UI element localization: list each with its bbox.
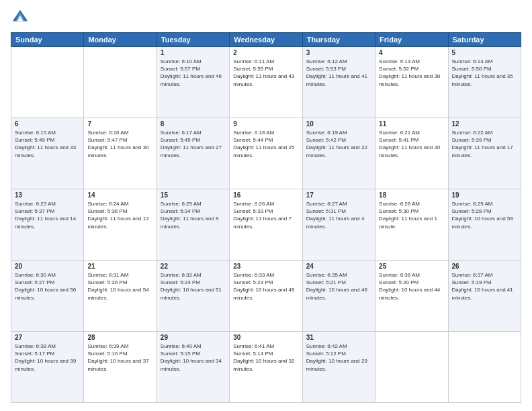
day-info: Sunrise: 6:35 AM Sunset: 5:21 PM Dayligh…	[306, 271, 371, 302]
day-info: Sunrise: 6:31 AM Sunset: 5:26 PM Dayligh…	[87, 271, 152, 302]
day-info: Sunrise: 6:24 AM Sunset: 5:36 PM Dayligh…	[87, 200, 152, 230]
day-info: Sunrise: 6:11 AM Sunset: 5:55 PM Dayligh…	[233, 58, 298, 88]
calendar-header: SundayMondayTuesdayWednesdayThursdayFrid…	[11, 33, 521, 47]
col-header-tuesday: Tuesday	[157, 33, 229, 47]
calendar-week-5: 27Sunrise: 6:38 AM Sunset: 5:17 PM Dayli…	[11, 332, 521, 403]
calendar-week-1: 1Sunrise: 6:10 AM Sunset: 5:57 PM Daylig…	[11, 47, 521, 118]
day-info: Sunrise: 6:13 AM Sunset: 5:52 PM Dayligh…	[379, 58, 444, 88]
calendar-cell: 8Sunrise: 6:17 AM Sunset: 5:45 PM Daylig…	[157, 118, 229, 189]
day-number: 18	[379, 191, 444, 199]
calendar-cell: 28Sunrise: 6:39 AM Sunset: 5:16 PM Dayli…	[84, 332, 157, 403]
calendar-week-4: 20Sunrise: 6:30 AM Sunset: 5:27 PM Dayli…	[11, 261, 521, 332]
day-info: Sunrise: 6:23 AM Sunset: 5:37 PM Dayligh…	[15, 200, 80, 230]
day-number: 28	[87, 334, 152, 341]
calendar-cell: 11Sunrise: 6:21 AM Sunset: 5:41 PM Dayli…	[375, 118, 448, 189]
calendar-cell: 3Sunrise: 6:12 AM Sunset: 5:53 PM Daylig…	[302, 47, 375, 118]
calendar-cell: 22Sunrise: 6:32 AM Sunset: 5:24 PM Dayli…	[157, 261, 229, 332]
day-number: 26	[452, 263, 517, 270]
calendar-cell: 26Sunrise: 6:37 AM Sunset: 5:19 PM Dayli…	[448, 261, 521, 332]
calendar-cell: 17Sunrise: 6:27 AM Sunset: 5:31 PM Dayli…	[302, 189, 375, 261]
header	[11, 8, 521, 27]
calendar-cell: 21Sunrise: 6:31 AM Sunset: 5:26 PM Dayli…	[84, 261, 157, 332]
calendar-cell: 13Sunrise: 6:23 AM Sunset: 5:37 PM Dayli…	[11, 189, 84, 261]
day-info: Sunrise: 6:37 AM Sunset: 5:19 PM Dayligh…	[452, 271, 517, 302]
day-number: 1	[161, 49, 226, 56]
calendar-cell: 7Sunrise: 6:16 AM Sunset: 5:47 PM Daylig…	[84, 118, 157, 189]
calendar-cell: 5Sunrise: 6:14 AM Sunset: 5:50 PM Daylig…	[448, 47, 521, 118]
calendar-cell: 16Sunrise: 6:26 AM Sunset: 5:33 PM Dayli…	[230, 189, 302, 261]
day-number: 8	[161, 120, 226, 128]
calendar-body: 1Sunrise: 6:10 AM Sunset: 5:57 PM Daylig…	[11, 47, 521, 403]
day-info: Sunrise: 6:26 AM Sunset: 5:33 PM Dayligh…	[233, 200, 298, 230]
day-number: 30	[233, 334, 298, 341]
day-info: Sunrise: 6:14 AM Sunset: 5:50 PM Dayligh…	[452, 58, 517, 88]
day-info: Sunrise: 6:28 AM Sunset: 5:30 PM Dayligh…	[379, 200, 444, 230]
day-number: 7	[87, 120, 152, 128]
day-number: 19	[452, 191, 517, 199]
calendar-table: SundayMondayTuesdayWednesdayThursdayFrid…	[11, 32, 521, 403]
calendar-cell: 9Sunrise: 6:18 AM Sunset: 5:44 PM Daylig…	[230, 118, 302, 189]
day-number: 24	[306, 263, 371, 270]
day-info: Sunrise: 6:40 AM Sunset: 5:15 PM Dayligh…	[161, 342, 226, 373]
calendar-cell: 25Sunrise: 6:36 AM Sunset: 5:20 PM Dayli…	[375, 261, 448, 332]
day-number: 20	[15, 263, 80, 270]
day-info: Sunrise: 6:16 AM Sunset: 5:47 PM Dayligh…	[87, 129, 152, 159]
calendar-cell: 23Sunrise: 6:33 AM Sunset: 5:23 PM Dayli…	[230, 261, 302, 332]
calendar-week-3: 13Sunrise: 6:23 AM Sunset: 5:37 PM Dayli…	[11, 189, 521, 261]
calendar-cell: 20Sunrise: 6:30 AM Sunset: 5:27 PM Dayli…	[11, 261, 84, 332]
day-info: Sunrise: 6:10 AM Sunset: 5:57 PM Dayligh…	[161, 58, 226, 88]
calendar-cell: 18Sunrise: 6:28 AM Sunset: 5:30 PM Dayli…	[375, 189, 448, 261]
calendar-cell: 19Sunrise: 6:29 AM Sunset: 5:28 PM Dayli…	[448, 189, 521, 261]
calendar-week-2: 6Sunrise: 6:15 AM Sunset: 5:49 PM Daylig…	[11, 118, 521, 189]
col-header-friday: Friday	[375, 33, 448, 47]
day-number: 12	[452, 120, 517, 128]
calendar-cell: 10Sunrise: 6:19 AM Sunset: 5:42 PM Dayli…	[302, 118, 375, 189]
header-row: SundayMondayTuesdayWednesdayThursdayFrid…	[11, 33, 521, 47]
col-header-sunday: Sunday	[11, 33, 84, 47]
calendar-cell: 1Sunrise: 6:10 AM Sunset: 5:57 PM Daylig…	[157, 47, 229, 118]
calendar-cell	[84, 47, 157, 118]
calendar-cell: 6Sunrise: 6:15 AM Sunset: 5:49 PM Daylig…	[11, 118, 84, 189]
day-number: 4	[379, 49, 444, 56]
day-info: Sunrise: 6:19 AM Sunset: 5:42 PM Dayligh…	[306, 129, 371, 159]
calendar-cell: 15Sunrise: 6:25 AM Sunset: 5:34 PM Dayli…	[157, 189, 229, 261]
day-number: 10	[306, 120, 371, 128]
day-number: 2	[233, 49, 298, 56]
day-info: Sunrise: 6:42 AM Sunset: 5:12 PM Dayligh…	[306, 342, 371, 373]
col-header-wednesday: Wednesday	[230, 33, 302, 47]
day-info: Sunrise: 6:38 AM Sunset: 5:17 PM Dayligh…	[15, 342, 80, 373]
calendar-cell	[448, 332, 521, 403]
day-info: Sunrise: 6:27 AM Sunset: 5:31 PM Dayligh…	[306, 200, 371, 230]
calendar-cell: 31Sunrise: 6:42 AM Sunset: 5:12 PM Dayli…	[302, 332, 375, 403]
logo	[11, 8, 32, 27]
day-number: 27	[15, 334, 80, 341]
calendar-cell: 24Sunrise: 6:35 AM Sunset: 5:21 PM Dayli…	[302, 261, 375, 332]
day-number: 14	[87, 191, 152, 199]
calendar-cell: 12Sunrise: 6:22 AM Sunset: 5:39 PM Dayli…	[448, 118, 521, 189]
calendar-cell: 2Sunrise: 6:11 AM Sunset: 5:55 PM Daylig…	[230, 47, 302, 118]
day-info: Sunrise: 6:41 AM Sunset: 5:14 PM Dayligh…	[233, 342, 298, 373]
calendar-cell: 4Sunrise: 6:13 AM Sunset: 5:52 PM Daylig…	[375, 47, 448, 118]
calendar-cell: 14Sunrise: 6:24 AM Sunset: 5:36 PM Dayli…	[84, 189, 157, 261]
day-info: Sunrise: 6:21 AM Sunset: 5:41 PM Dayligh…	[379, 129, 444, 159]
col-header-thursday: Thursday	[302, 33, 375, 47]
day-info: Sunrise: 6:22 AM Sunset: 5:39 PM Dayligh…	[452, 129, 517, 159]
day-info: Sunrise: 6:15 AM Sunset: 5:49 PM Dayligh…	[15, 129, 80, 159]
day-number: 15	[161, 191, 226, 199]
day-info: Sunrise: 6:18 AM Sunset: 5:44 PM Dayligh…	[233, 129, 298, 159]
day-info: Sunrise: 6:30 AM Sunset: 5:27 PM Dayligh…	[15, 271, 80, 302]
calendar-cell: 30Sunrise: 6:41 AM Sunset: 5:14 PM Dayli…	[230, 332, 302, 403]
day-number: 29	[161, 334, 226, 341]
day-info: Sunrise: 6:29 AM Sunset: 5:28 PM Dayligh…	[452, 200, 517, 230]
day-info: Sunrise: 6:17 AM Sunset: 5:45 PM Dayligh…	[161, 129, 226, 159]
day-number: 16	[233, 191, 298, 199]
day-number: 13	[15, 191, 80, 199]
day-number: 31	[306, 334, 371, 341]
day-info: Sunrise: 6:39 AM Sunset: 5:16 PM Dayligh…	[87, 342, 152, 373]
day-number: 3	[306, 49, 371, 56]
calendar-cell	[11, 47, 84, 118]
day-number: 6	[15, 120, 80, 128]
day-info: Sunrise: 6:25 AM Sunset: 5:34 PM Dayligh…	[161, 200, 226, 230]
calendar-cell: 29Sunrise: 6:40 AM Sunset: 5:15 PM Dayli…	[157, 332, 229, 403]
page: SundayMondayTuesdayWednesdayThursdayFrid…	[0, 0, 532, 411]
